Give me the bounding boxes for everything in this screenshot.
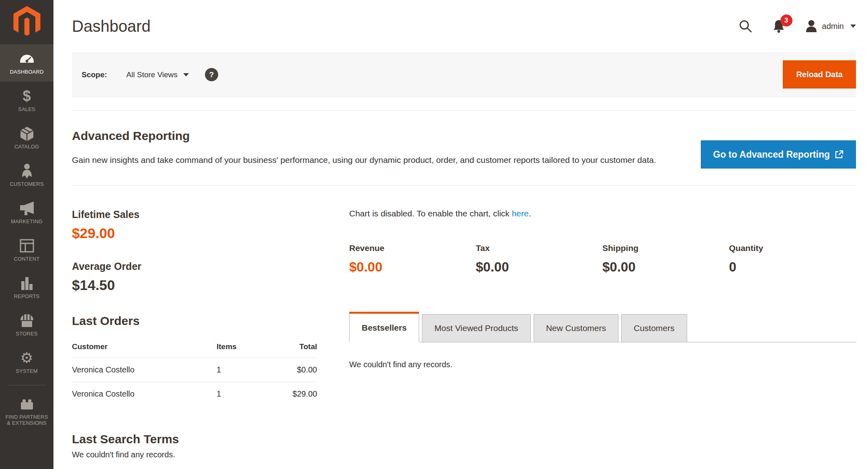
- magento-admin-dashboard: DASHBOARD $ SALES CATALOG: [0, 0, 868, 469]
- sidebar-item-label: CUSTOMERS: [8, 181, 45, 187]
- brick-icon: [19, 396, 35, 411]
- right-column: Chart is disabled. To enable the chart, …: [349, 209, 856, 459]
- reload-data-button[interactable]: Reload Data: [783, 60, 856, 88]
- page-title: Dashboard: [72, 17, 151, 35]
- metric-tax: Tax $0.00: [476, 243, 602, 275]
- go-to-advanced-reporting-label: Go to Advanced Reporting: [713, 149, 830, 160]
- table-row[interactable]: Veronica Costello 1 $0.00: [72, 358, 317, 382]
- metric-revenue: Revenue $0.00: [349, 243, 476, 275]
- metric-shipping: Shipping $0.00: [602, 243, 729, 275]
- dashboard-columns: Lifetime Sales $29.00 Average Order $14.…: [72, 209, 856, 459]
- sidebar-item-system[interactable]: ⚙ SYSTEM: [0, 344, 53, 381]
- lifetime-sales: Lifetime Sales $29.00: [72, 209, 317, 241]
- sidebar-item-label: CONTENT: [12, 256, 41, 262]
- chart-notice-suffix: .: [529, 209, 531, 218]
- sidebar-item-sales[interactable]: $ SALES: [0, 82, 53, 119]
- bar-chart-icon: [20, 276, 34, 291]
- notifications-button[interactable]: 3: [772, 19, 785, 33]
- notification-badge: 3: [780, 14, 792, 27]
- help-icon[interactable]: ?: [205, 68, 218, 81]
- column-header-total: Total: [265, 338, 317, 358]
- sidebar: DASHBOARD $ SALES CATALOG: [0, 0, 53, 469]
- advanced-reporting-section: Advanced Reporting Gain new insights and…: [72, 129, 856, 167]
- last-orders-title: Last Orders: [72, 314, 317, 328]
- chevron-down-icon: [850, 25, 856, 28]
- section-divider: [72, 185, 856, 185]
- tab-customers[interactable]: Customers: [621, 314, 687, 342]
- metrics-row: Revenue $0.00 Tax $0.00 Shipping $0.00: [349, 243, 856, 275]
- last-orders-section: Last Orders Customer Items Total: [72, 314, 317, 406]
- section-divider: [72, 110, 856, 111]
- sidebar-item-label: REPORTS: [12, 293, 41, 299]
- average-order-label: Average Order: [72, 261, 317, 272]
- tab-new-customers[interactable]: New Customers: [534, 314, 618, 342]
- admin-user-menu[interactable]: admin: [805, 20, 856, 33]
- sidebar-item-marketing[interactable]: MARKETING: [0, 194, 53, 231]
- sidebar-item-label: SYSTEM: [14, 368, 39, 374]
- tab-empty-message: We couldn't find any records.: [349, 360, 856, 369]
- tab-most-viewed-products[interactable]: Most Viewed Products: [422, 314, 531, 342]
- last-search-terms-title: Last Search Terms: [72, 432, 317, 446]
- scope-label: Scope:: [82, 70, 107, 79]
- last-search-empty-message: We couldn't find any records.: [72, 450, 317, 459]
- sidebar-item-label: CATALOG: [13, 144, 41, 150]
- sidebar-item-label: MARKETING: [9, 218, 44, 224]
- dashboard-tabs: Bestsellers Most Viewed Products New Cus…: [349, 312, 856, 342]
- sidebar-item-find-partners[interactable]: FIND PARTNERS & EXTENSIONS: [0, 389, 53, 434]
- table-row[interactable]: Veronica Costello 1 $29.00: [72, 382, 317, 406]
- sidebar-item-dashboard[interactable]: DASHBOARD: [0, 44, 53, 82]
- user-avatar-icon: [805, 20, 817, 33]
- chevron-down-icon: [183, 73, 189, 76]
- chart-notice-text: Chart is disabled. To enable the chart, …: [349, 209, 512, 218]
- page-header: Dashboard 3: [72, 0, 856, 52]
- sidebar-item-stores[interactable]: STORES: [0, 306, 53, 344]
- column-header-items: Items: [217, 338, 265, 358]
- magento-logo[interactable]: [0, 0, 53, 44]
- cell-total: $29.00: [265, 382, 317, 406]
- sidebar-item-label: DASHBOARD: [8, 69, 45, 75]
- cell-customer: Veronica Costello: [72, 358, 217, 382]
- metric-label: Shipping: [602, 243, 729, 253]
- magento-logo-icon: [13, 6, 41, 39]
- layout-icon: [20, 238, 34, 253]
- header-actions: 3 admin: [739, 19, 856, 33]
- metric-label: Revenue: [349, 243, 476, 253]
- cell-items: 1: [217, 358, 265, 382]
- table-header-row: Customer Items Total: [72, 338, 317, 358]
- sidebar-item-content[interactable]: CONTENT: [0, 231, 53, 269]
- chart-disabled-notice: Chart is disabled. To enable the chart, …: [349, 209, 856, 218]
- lifetime-sales-value: $29.00: [72, 225, 317, 241]
- metric-value: $0.00: [602, 259, 729, 275]
- metric-value: $0.00: [476, 259, 602, 275]
- store-view-switcher[interactable]: All Store Views: [126, 70, 188, 79]
- scope-bar: Scope: All Store Views ? Reload Data: [72, 52, 856, 97]
- user-name: admin: [822, 22, 844, 31]
- scope-value: All Store Views: [126, 70, 177, 79]
- average-order-value: $14.50: [72, 277, 317, 293]
- storefront-icon: [19, 313, 35, 328]
- cell-items: 1: [217, 382, 265, 406]
- dashboard-icon: [20, 51, 34, 66]
- person-icon: [21, 163, 33, 179]
- sidebar-item-catalog[interactable]: CATALOG: [0, 119, 53, 156]
- sidebar-item-label: FIND PARTNERS & EXTENSIONS: [3, 414, 51, 426]
- cell-customer: Veronica Costello: [72, 382, 217, 406]
- go-to-advanced-reporting-button[interactable]: Go to Advanced Reporting: [701, 140, 856, 169]
- search-icon[interactable]: [739, 19, 752, 33]
- external-link-icon: [835, 150, 843, 159]
- sidebar-item-reports[interactable]: REPORTS: [0, 269, 53, 306]
- lifetime-sales-label: Lifetime Sales: [72, 209, 317, 220]
- sidebar-item-customers[interactable]: CUSTOMERS: [0, 156, 53, 194]
- metric-value: 0: [729, 259, 856, 275]
- gear-icon: ⚙: [20, 350, 33, 366]
- metric-quantity: Quantity 0: [729, 243, 856, 275]
- left-column: Lifetime Sales $29.00 Average Order $14.…: [72, 209, 317, 459]
- average-order: Average Order $14.50: [72, 261, 317, 293]
- enable-chart-link[interactable]: here: [512, 209, 529, 218]
- column-header-customer: Customer: [72, 338, 217, 358]
- box-icon: [20, 126, 34, 141]
- tab-bestsellers[interactable]: Bestsellers: [349, 312, 419, 342]
- dollar-icon: $: [23, 88, 31, 104]
- sidebar-divider: [8, 385, 45, 385]
- cell-total: $0.00: [265, 358, 317, 382]
